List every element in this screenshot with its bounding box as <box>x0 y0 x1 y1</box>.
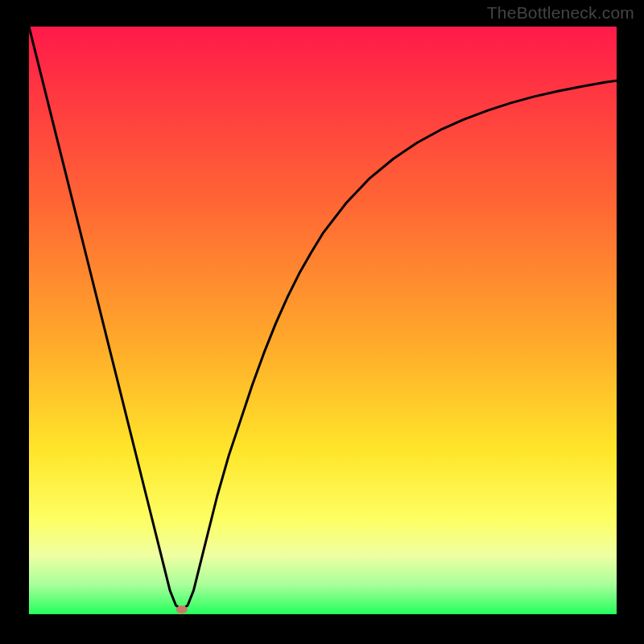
bottleneck-chart <box>29 27 617 614</box>
chart-background <box>29 27 617 614</box>
plot-area <box>29 27 617 614</box>
optimal-point-marker <box>176 605 188 613</box>
watermark-text: TheBottleneck.com <box>487 3 634 23</box>
chart-frame: TheBottleneck.com <box>0 0 644 644</box>
